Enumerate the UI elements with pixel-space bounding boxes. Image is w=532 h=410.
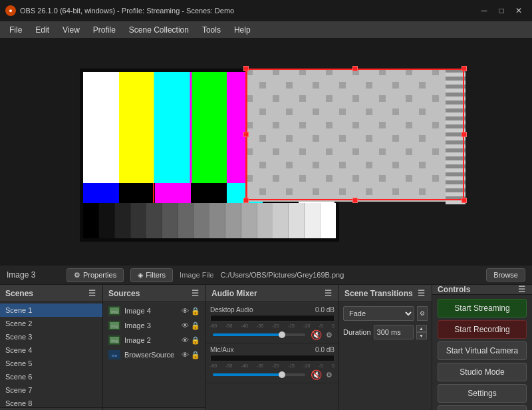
audio-slider-thumb[interactable] xyxy=(279,331,285,338)
virtual-camera-button[interactable]: Start Virtual Camera xyxy=(438,341,527,360)
source-lock-icon[interactable]: 🔒 xyxy=(191,351,200,359)
menubar: File Edit View Profile Scene Collection … xyxy=(0,21,532,39)
exit-button[interactable]: Exit xyxy=(438,405,527,410)
source-visibility-icon[interactable]: 👁 xyxy=(182,307,189,315)
menu-profile[interactable]: Profile xyxy=(86,23,122,37)
start-recording-button[interactable]: Start Recording xyxy=(438,320,527,339)
transitions-content: Fade Cut Swipe Slide Stinger Luma Wipe ⚙… xyxy=(339,302,432,343)
source-lock-icon[interactable]: 🔒 xyxy=(191,336,200,345)
controls-panel: Controls ☰ Start StreamingStart Recordin… xyxy=(432,285,532,410)
svg-text:img: img xyxy=(111,339,118,343)
audio-db: 0.0 dB xyxy=(315,306,334,313)
audio-level-ticks: -60-50-40-30-20-15-10-50 xyxy=(210,323,334,328)
menu-help[interactable]: Help xyxy=(227,23,257,37)
audio-mute-icon[interactable]: 🔇 xyxy=(311,369,321,380)
maximize-button[interactable]: □ xyxy=(493,4,509,17)
menu-tools[interactable]: Tools xyxy=(196,23,227,37)
scene-item[interactable]: Scene 2 xyxy=(0,317,102,330)
transitions-menu-icon[interactable]: ☰ xyxy=(416,289,426,298)
studio-mode-button[interactable]: Studio Mode xyxy=(438,363,527,381)
transition-type-select[interactable]: Fade Cut Swipe Slide Stinger Luma Wipe xyxy=(343,306,414,321)
controls-buttons: Start StreamingStart RecordingStart Virt… xyxy=(432,295,532,410)
source-item[interactable]: imgImage 2👁🔒 xyxy=(103,333,205,347)
audio-menu-icon[interactable]: ☰ xyxy=(323,289,333,298)
audio-volume-slider[interactable] xyxy=(213,373,305,376)
audio-level-bar xyxy=(210,355,334,361)
start-streaming-button[interactable]: Start Streaming xyxy=(438,299,527,317)
source-item[interactable]: imgImage 4👁🔒 xyxy=(103,304,205,318)
filter-icon: ◈ xyxy=(138,271,143,280)
scenes-footer: + − ⚙ ∧ ∨ xyxy=(0,407,102,410)
scene-transitions-panel: Scene Transitions ☰ Fade Cut Swipe Slide… xyxy=(339,285,432,410)
source-lock-icon[interactable]: 🔒 xyxy=(191,307,200,315)
window-title: OBS 26.1.0 (64-bit, windows) - Profile: … xyxy=(20,7,234,15)
menu-edit[interactable]: Edit xyxy=(29,23,56,37)
sources-menu-icon[interactable]: ☰ xyxy=(190,289,200,298)
scene-item[interactable]: Scene 4 xyxy=(0,343,102,357)
audio-channel-1: Mic/Aux 0.0 dB -60-50-40-30-20-15-10-50 … xyxy=(206,343,338,383)
scene-item[interactable]: Scene 5 xyxy=(0,357,102,370)
duration-row: Duration ▲ ▼ xyxy=(343,325,428,339)
scene-item[interactable]: Scene 8 xyxy=(0,397,102,407)
source-action-icons: 👁🔒 xyxy=(182,321,200,330)
filters-button[interactable]: ◈ Filters xyxy=(130,268,173,282)
scenes-menu-icon[interactable]: ☰ xyxy=(87,289,97,298)
transitions-panel-header: Scene Transitions ☰ xyxy=(339,285,432,302)
close-button[interactable]: ✕ xyxy=(511,4,527,17)
duration-down-button[interactable]: ▼ xyxy=(416,332,427,339)
audio-controls-row: 🔇 ⚙ xyxy=(210,329,334,340)
audio-channels: Desktop Audio 0.0 dB -60-50-40-30-20-15-… xyxy=(206,302,338,410)
source-visibility-icon[interactable]: 👁 xyxy=(182,321,189,330)
preview-canvas[interactable] xyxy=(0,39,532,265)
source-thumbnail: img xyxy=(108,306,120,315)
source-thumbnail: brw xyxy=(108,350,120,359)
audio-settings-icon[interactable]: ⚙ xyxy=(324,369,334,380)
sources-footer: + − ⚙ ∧ ∨ xyxy=(103,407,205,410)
menu-view[interactable]: View xyxy=(56,23,86,37)
source-name-label: BrowserSource xyxy=(124,351,178,359)
source-lock-icon[interactable]: 🔒 xyxy=(191,321,200,330)
audio-db: 0.0 dB xyxy=(315,346,334,353)
image-file-path: C:/Users/OBS/Pictures/Grey169B.png xyxy=(220,271,479,279)
bottom-panels: Scenes ☰ Scene 1Scene 2Scene 3Scene 4Sce… xyxy=(0,285,532,410)
menu-scene-collection[interactable]: Scene Collection xyxy=(122,23,196,37)
source-name-label: Image 4 xyxy=(124,307,178,315)
scenes-panel-header: Scenes ☰ xyxy=(0,285,102,302)
duration-up-button[interactable]: ▲ xyxy=(416,325,427,332)
audio-channel-name: Desktop Audio 0.0 dB xyxy=(210,306,334,313)
sources-panel: Sources ☰ imgImage 4👁🔒imgImage 3👁🔒imgIma… xyxy=(103,285,206,410)
titlebar: ● OBS 26.1.0 (64-bit, windows) - Profile… xyxy=(0,0,532,21)
settings-button[interactable]: Settings xyxy=(438,384,527,403)
audio-channel-name: Mic/Aux 0.0 dB xyxy=(210,346,334,353)
audio-settings-icon[interactable]: ⚙ xyxy=(324,329,334,340)
source-item[interactable]: imgImage 3👁🔒 xyxy=(103,318,205,333)
audio-slider-fill xyxy=(213,373,282,376)
audio-level-bar xyxy=(210,315,334,321)
scene-item[interactable]: Scene 6 xyxy=(0,370,102,383)
audio-slider-thumb[interactable] xyxy=(279,371,285,378)
properties-button[interactable]: ⚙ Properties xyxy=(66,268,124,282)
transition-type-row: Fade Cut Swipe Slide Stinger Luma Wipe ⚙ xyxy=(343,306,428,321)
audio-mute-icon[interactable]: 🔇 xyxy=(311,329,321,340)
minimize-button[interactable]: ─ xyxy=(476,4,492,17)
sources-panel-header: Sources ☰ xyxy=(103,285,205,302)
audio-volume-slider[interactable] xyxy=(213,333,305,336)
window-controls: ─ □ ✕ xyxy=(476,4,527,17)
scene-item[interactable]: Scene 7 xyxy=(0,383,102,397)
duration-input[interactable] xyxy=(374,325,414,339)
source-visibility-icon[interactable]: 👁 xyxy=(182,351,189,359)
scene-item[interactable]: Scene 3 xyxy=(0,330,102,343)
duration-spinner: ▲ ▼ xyxy=(416,325,427,339)
titlebar-left: ● OBS 26.1.0 (64-bit, windows) - Profile… xyxy=(5,5,234,16)
selected-source-name: Image 3 xyxy=(7,270,60,280)
audio-mixer-panel: Audio Mixer ☰ Desktop Audio 0.0 dB -60-5… xyxy=(206,285,339,410)
source-visibility-icon[interactable]: 👁 xyxy=(182,336,189,345)
menu-file[interactable]: File xyxy=(3,23,29,37)
scene-item[interactable]: Scene 1 xyxy=(0,304,102,317)
source-item[interactable]: brwBrowserSource👁🔒 xyxy=(103,347,205,362)
transition-gear-button[interactable]: ⚙ xyxy=(417,306,428,321)
browse-button[interactable]: Browse xyxy=(486,268,525,282)
preview-area xyxy=(0,39,532,265)
gear-icon: ⚙ xyxy=(74,271,80,280)
controls-menu-icon[interactable]: ☰ xyxy=(517,285,527,294)
